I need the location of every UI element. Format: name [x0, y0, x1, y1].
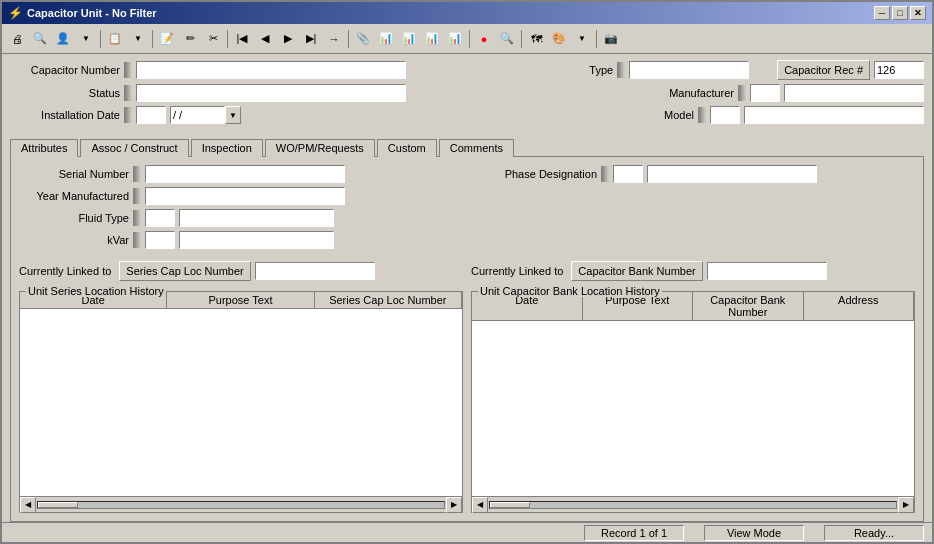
phase-designation-label: Phase Designation [477, 168, 597, 180]
model-name-input[interactable] [744, 106, 924, 124]
series-cap-loc-button[interactable]: Series Cap Loc Number [119, 261, 250, 281]
toolbar-red[interactable]: ● [473, 28, 495, 50]
toolbar-color[interactable]: 🎨 [548, 28, 570, 50]
fluid-type-code[interactable] [145, 209, 175, 227]
sep-fluid [133, 210, 141, 226]
toolbar-note[interactable]: 📝 [156, 28, 178, 50]
right-history-panel: Unit Capacitor Bank Location History Dat… [471, 291, 915, 513]
toolbar-edit[interactable]: ✏ [179, 28, 201, 50]
capacitor-rec-input[interactable] [874, 61, 924, 79]
sep-manufacturer [738, 85, 746, 101]
left-scroll-track[interactable] [37, 501, 445, 509]
toolbar-prev[interactable]: ◀ [254, 28, 276, 50]
model-code-input[interactable] [710, 106, 740, 124]
linked-section: Currently Linked to Series Cap Loc Numbe… [19, 261, 915, 285]
toolbar-chart4[interactable]: 📊 [444, 28, 466, 50]
title-bar-left: ⚡ Capacitor Unit - No Filter [8, 6, 157, 20]
toolbar-chart1[interactable]: 📊 [375, 28, 397, 50]
capacitor-number-label: Capacitor Number [10, 64, 120, 76]
right-scroll-track[interactable] [489, 501, 897, 509]
right-col-capbank[interactable]: Capacitor Bank Number [693, 292, 804, 320]
inst-date-flag[interactable] [136, 106, 166, 124]
right-scroll-left[interactable]: ◀ [472, 497, 488, 513]
fluid-type-row: Fluid Type [19, 209, 457, 227]
capacitor-number-input[interactable] [136, 61, 406, 79]
tab-inspection[interactable]: Inspection [191, 139, 263, 157]
toolbar-filter-drop[interactable]: ▼ [75, 28, 97, 50]
sep2 [152, 30, 153, 48]
tab-assoc[interactable]: Assoc / Construct [80, 139, 188, 157]
toolbar-last[interactable]: ▶| [300, 28, 322, 50]
tab-custom[interactable]: Custom [377, 139, 437, 157]
toolbar: 🖨 🔍 👤 ▼ 📋 ▼ 📝 ✏ ✂ |◀ ◀ ▶ ▶| → 📎 📊 📊 📊 📊 … [2, 24, 932, 54]
tab-content: Serial Number Year Manufactured Fluid Ty… [10, 156, 924, 522]
capacitor-rec-button[interactable]: Capacitor Rec # [777, 60, 870, 80]
installation-date-label: Installation Date [10, 109, 120, 121]
toolbar-first[interactable]: |◀ [231, 28, 253, 50]
toolbar-chart3[interactable]: 📊 [421, 28, 443, 50]
year-manufactured-input[interactable] [145, 187, 345, 205]
toolbar-jump[interactable]: → [323, 28, 345, 50]
toolbar-zoom[interactable]: 🔍 [496, 28, 518, 50]
sep7 [596, 30, 597, 48]
header-form: Capacitor Number Type Capacitor Rec # St… [2, 54, 932, 134]
ready-status: Ready... [824, 525, 924, 541]
status-label: Status [10, 87, 120, 99]
year-manufactured-row: Year Manufactured [19, 187, 457, 205]
tab-comments[interactable]: Comments [439, 139, 514, 157]
left-scroll-right[interactable]: ▶ [446, 497, 462, 513]
kvar-value[interactable] [179, 231, 334, 249]
installation-date-input[interactable]: / / [170, 106, 225, 124]
kvar-code[interactable] [145, 231, 175, 249]
toolbar-next[interactable]: ▶ [277, 28, 299, 50]
series-cap-loc-input[interactable] [255, 262, 375, 280]
manufacturer-code-input[interactable] [750, 84, 780, 102]
form-row-1: Capacitor Number Type Capacitor Rec # [10, 60, 924, 80]
cap-bank-number-button[interactable]: Capacitor Bank Number [571, 261, 702, 281]
serial-number-input[interactable] [145, 165, 345, 183]
kvar-label: kVar [19, 234, 129, 246]
left-scroll-left[interactable]: ◀ [20, 497, 36, 513]
toolbar-camera[interactable]: 📷 [600, 28, 622, 50]
tab-attributes[interactable]: Attributes [10, 139, 78, 157]
toolbar-attach[interactable]: 📎 [352, 28, 374, 50]
toolbar-list-drop[interactable]: ▼ [127, 28, 149, 50]
left-col-purpose[interactable]: Purpose Text [167, 292, 314, 308]
toolbar-color-drop[interactable]: ▼ [571, 28, 593, 50]
toolbar-chart2[interactable]: 📊 [398, 28, 420, 50]
right-col-address[interactable]: Address [804, 292, 915, 320]
status-input[interactable] [136, 84, 406, 102]
toolbar-list[interactable]: 📋 [104, 28, 126, 50]
cap-bank-number-input[interactable] [707, 262, 827, 280]
left-history-body [20, 309, 462, 496]
sep-serial [133, 166, 141, 182]
toolbar-cut[interactable]: ✂ [202, 28, 224, 50]
toolbar-map[interactable]: 🗺 [525, 28, 547, 50]
phase-designation-row: Phase Designation [477, 165, 915, 183]
sep-type [617, 62, 625, 78]
type-input[interactable] [629, 61, 749, 79]
status-bar: Record 1 of 1 View Mode Ready... [2, 522, 932, 542]
minimize-button[interactable]: ─ [874, 6, 890, 20]
type-label: Type [563, 64, 613, 76]
tab-wo[interactable]: WO/PM/Requests [265, 139, 375, 157]
manufacturer-name-input[interactable] [784, 84, 924, 102]
left-scroll-thumb[interactable] [38, 502, 78, 508]
left-col-seriescap[interactable]: Series Cap Loc Number [315, 292, 462, 308]
installation-date-dropdown: / / ▼ [170, 106, 241, 124]
right-scroll-thumb[interactable] [490, 502, 530, 508]
toolbar-print[interactable]: 🖨 [6, 28, 28, 50]
linked-left: Currently Linked to Series Cap Loc Numbe… [19, 261, 463, 285]
toolbar-users[interactable]: 👤 [52, 28, 74, 50]
fluid-type-name[interactable] [179, 209, 334, 227]
close-button[interactable]: ✕ [910, 6, 926, 20]
right-scroll-right[interactable]: ▶ [898, 497, 914, 513]
phase-code[interactable] [613, 165, 643, 183]
sep6 [521, 30, 522, 48]
sep3 [227, 30, 228, 48]
maximize-button[interactable]: □ [892, 6, 908, 20]
toolbar-search[interactable]: 🔍 [29, 28, 51, 50]
title-bar: ⚡ Capacitor Unit - No Filter ─ □ ✕ [2, 2, 932, 24]
phase-name[interactable] [647, 165, 817, 183]
installation-date-btn[interactable]: ▼ [225, 106, 241, 124]
